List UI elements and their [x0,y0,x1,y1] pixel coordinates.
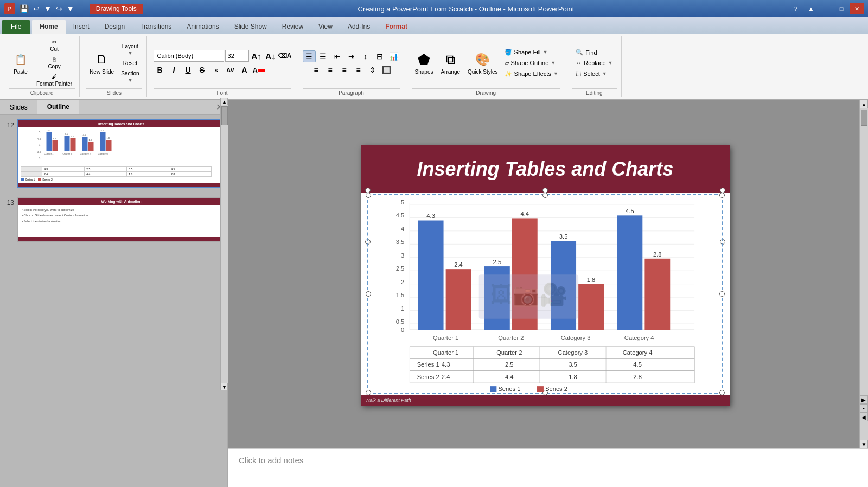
svg-text:2: 2 [401,279,404,285]
bullet-list-button[interactable]: ☰ [303,50,316,62]
right-side-btn1[interactable]: ▶ [859,395,868,404]
svg-text:2.4: 2.4 [442,374,450,380]
tab-addins[interactable]: Add-Ins [340,20,378,34]
new-slide-icon: 🗋 [93,51,111,68]
scroll-thumb[interactable] [221,106,228,125]
align-right-button[interactable]: ≡ [338,64,351,76]
right-scrollbar: ▲ ▼ ▶ • ◀ [859,100,868,448]
svg-text:1: 1 [401,305,404,312]
font-grow-button[interactable]: A↑ [250,50,263,62]
increase-indent-button[interactable]: ⇥ [345,50,358,62]
clipboard-group: 📋 Paste ✂ Cut ⎘ Copy 🖌 Format Painter [4,36,80,97]
arrange-button[interactable]: ⧉ Arrange [437,49,463,77]
save-button[interactable]: 💾 [18,3,30,14]
undo-button[interactable]: ↩ [32,3,41,14]
line-spacing-button[interactable]: ↕ [359,50,372,62]
font-shrink-button[interactable]: A↓ [264,50,277,62]
decrease-indent-button[interactable]: ⇤ [331,50,344,62]
font-color-button[interactable]: A [252,64,265,76]
find-button[interactable]: 🔍 Find [573,48,599,57]
replace-button[interactable]: ↔ Replace ▼ [573,59,615,67]
panel-tabs: Slides Outline ✕ [0,100,227,115]
underline-button[interactable]: U [182,64,195,76]
shape-fill-button[interactable]: 🪣 Shape Fill ▼ [502,48,560,57]
shadow-button[interactable]: s [210,64,223,76]
shapes-button[interactable]: ⬟ Shapes [412,49,437,77]
tab-home[interactable]: Home [32,20,65,34]
cut-button[interactable]: ✂ Cut [34,37,75,54]
content-area[interactable]: 5 4.5 4 3.5 3 2.5 2 1.5 1 0.5 0 [367,194,723,394]
paragraph-chart-button[interactable]: 📊 [387,50,400,62]
tab-file[interactable]: File [2,20,30,34]
shape-effects-button[interactable]: ✨ Shape Effects ▼ [502,69,560,79]
align-left-button[interactable]: ≡ [310,64,323,76]
notes-area[interactable]: Click to add notes [228,448,868,487]
font-name-input[interactable] [154,50,224,62]
main-slide[interactable]: Inserting Tables and Charts [361,145,730,406]
close-button[interactable]: ✕ [850,3,864,14]
tab-outline[interactable]: Outline [37,100,79,114]
shape-outline-button[interactable]: ▱ Shape Outline ▼ [502,59,560,68]
scroll-down-arrow[interactable]: ▼ [221,383,228,390]
tab-review[interactable]: Review [275,20,311,34]
slide-item-12[interactable]: 12 Inserting Tables and Charts 5 4.5 4 3… [2,119,225,188]
vertical-align-button[interactable]: ⇕ [366,64,379,76]
drawing-group: ⬟ Shapes ⧉ Arrange 🎨 Quick Styles 🪣 Shap… [407,36,565,97]
justify-button[interactable]: ≡ [352,64,365,76]
undo-arrow[interactable]: ▼ [43,3,53,14]
new-slide-button[interactable]: 🗋 New Slide [86,49,117,77]
slides-buttons: 🗋 New Slide Layout ▼ Reset Section ▼ [86,37,142,88]
tab-slides[interactable]: Slides [0,101,37,114]
minimize-button[interactable]: ─ [819,3,833,14]
tab-view[interactable]: View [311,20,340,34]
right-side-btn3[interactable]: ◀ [859,413,868,421]
tab-transitions[interactable]: Transitions [132,20,179,34]
redo-button[interactable]: ↪ [55,3,63,14]
paste-button[interactable]: 📋 Paste [9,49,33,77]
reset-button[interactable]: Reset [118,59,142,68]
maximize-button[interactable]: □ [834,3,848,14]
layout-button[interactable]: Layout ▼ [118,42,142,57]
tab-slideshow[interactable]: Slide Show [227,20,275,34]
slide-thumb-12[interactable]: Inserting Tables and Charts 5 4.5 4 3.5 … [17,119,225,188]
select-button[interactable]: ⬚ Select ▼ [573,69,609,78]
clear-format-button[interactable]: ⌫A [278,50,291,62]
italic-button[interactable]: I [168,64,181,76]
tab-animations[interactable]: Animations [179,20,226,34]
format-painter-button[interactable]: 🖌 Format Painter [34,72,75,88]
align-center-button[interactable]: ≡ [324,64,337,76]
scroll-right-up[interactable]: ▲ [860,100,868,108]
tab-insert[interactable]: Insert [66,20,97,34]
text-direction-button[interactable]: A [238,64,251,76]
numbered-list-button[interactable]: ☰ [317,50,330,62]
help-button[interactable]: ? [789,3,803,14]
section-button[interactable]: Section ▼ [118,69,142,85]
scroll-up-arrow[interactable]: ▲ [221,98,228,105]
scroll-right-down[interactable]: ▼ [860,440,868,448]
slide-thumb-13[interactable]: Working with Animation • Select the slid… [17,197,225,242]
shape-effects-icon: ✨ [505,71,512,78]
quick-styles-button[interactable]: 🎨 Quick Styles [464,49,501,77]
copy-icon: ⎘ [53,56,56,62]
tab-format[interactable]: Format [378,20,415,34]
replace-arrow: ▼ [608,60,613,66]
svg-rect-58 [578,284,604,330]
font-size-input[interactable] [225,50,249,62]
strikethrough-button[interactable]: S [196,64,209,76]
right-scroll-thumb[interactable] [861,110,867,126]
svg-rect-48 [418,221,444,330]
svg-rect-19 [106,140,112,151]
shapes-label: Shapes [415,69,433,75]
spacing-button[interactable]: AV [224,64,237,76]
copy-button[interactable]: ⎘ Copy [34,55,75,71]
bold-button[interactable]: B [154,64,167,76]
smart-art-button[interactable]: 🔲 [380,64,393,76]
select-label: Select [583,71,600,77]
tab-design[interactable]: Design [97,20,132,34]
right-side-btn2[interactable]: • [859,404,868,413]
svg-text:4: 4 [401,226,404,232]
customize-qa[interactable]: ▼ [66,3,75,14]
slide-item-13[interactable]: 13 Working with Animation • Select the s… [2,197,225,242]
ribbon-toggle[interactable]: ▲ [804,3,818,14]
columns-button[interactable]: ⊟ [373,50,386,62]
